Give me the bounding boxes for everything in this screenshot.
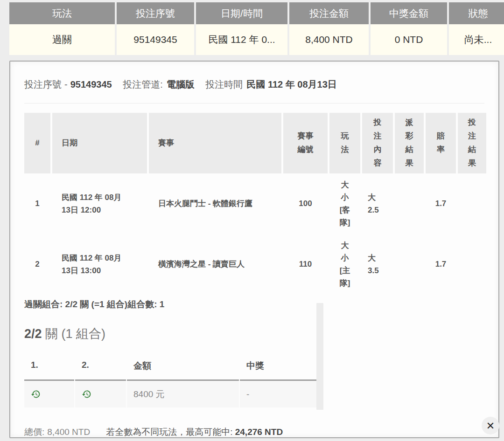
max-win-value: 24,276 NTD <box>235 427 283 437</box>
header-bet-content: 投 注 內 容 <box>362 113 393 173</box>
leg-date: 民國 112 年 08月 13日 12:00 <box>52 173 147 234</box>
history-clock-icon <box>31 389 41 399</box>
header-match-no: 賽事 編號 <box>283 113 328 173</box>
leg-bet-content: 大 3.5 <box>362 234 393 295</box>
combo-header-leg1: 1. <box>24 353 74 381</box>
combinations-table: 1. 2. 金額 中獎 8400 元 - <box>24 353 316 407</box>
combo-title-rest: 關 (1 組合) <box>42 327 106 341</box>
legs-table-header: # 日期 賽事 賽事 編號 玩 法 投 注 內 容 派 彩 結 果 賠 率 投 … <box>24 113 483 173</box>
bet-summary-table: 玩法 過關 投注序號 95149345 日期/時間 民國 112 年 0... … <box>9 2 504 55</box>
combo-amount: 8400 元 <box>127 381 239 407</box>
legs-table: # 日期 賽事 賽事 編號 玩 法 投 注 內 容 派 彩 結 果 賠 率 投 … <box>24 113 483 295</box>
summary-header-status: 狀態 <box>449 2 504 24</box>
leg-playtype: 大 小 [主 隊] <box>329 234 360 295</box>
bet-info-line: 投注序號-95149345 投注管道:電腦版 投注時間民國 112 年 08月1… <box>24 78 484 91</box>
bet-detail-panel: 投注序號-95149345 投注管道:電腦版 投注時間民國 112 年 08月1… <box>9 61 499 438</box>
summary-header-amount: 投注金額 <box>289 2 369 24</box>
bet-time-label: 投注時間 <box>205 79 243 90</box>
combo-leg2-status <box>75 381 126 407</box>
summary-cell-amount[interactable]: 8,400 NTD <box>289 24 369 55</box>
summary-header-serial: 投注序號 <box>117 2 194 24</box>
combinations-table-header: 1. 2. 金額 中獎 <box>24 353 316 381</box>
combo-header-leg2: 2. <box>75 353 126 381</box>
summary-cell-status[interactable]: 尚未... <box>449 24 504 55</box>
max-win-label: 若全數為不同玩法，最高可能中: <box>106 427 232 437</box>
header-playtype: 玩 法 <box>329 113 360 173</box>
summary-cell-winnings[interactable]: 0 NTD <box>371 24 447 55</box>
close-button[interactable]: ✕ <box>482 417 499 434</box>
summary-cell-serial[interactable]: 95149345 <box>117 24 194 55</box>
leg-bet-result <box>458 234 486 295</box>
header-match: 賽事 <box>149 113 281 173</box>
leg-match: 橫濱海灣之星 - 讀賣巨人 <box>149 234 281 295</box>
leg-index: 1 <box>24 173 50 234</box>
summary-cell-datetime[interactable]: 民國 112 年 0... <box>196 24 287 55</box>
leg-odds: 1.7 <box>426 173 456 234</box>
summary-header-winnings: 中獎金額 <box>371 2 447 24</box>
combo-win: - <box>240 381 319 407</box>
leg-payout-result <box>395 173 424 234</box>
leg-match-no: 110 <box>283 234 328 295</box>
header-index: # <box>24 113 50 173</box>
serial-value: 95149345 <box>70 79 112 90</box>
combo-title-count: 2/2 <box>24 327 42 341</box>
channel-label: 投注管道: <box>123 79 163 90</box>
total-price-value: 8,400 NTD <box>47 427 90 437</box>
leg-playtype: 大 小 [客 隊] <box>329 173 360 234</box>
parlay-combo-summary: 過關組合: 2/2 關 (=1 組合)組合數: 1 <box>24 298 484 310</box>
table-row: 1 民國 112 年 08月 13日 12:00 日本火腿鬥士 - 軟體銀行鷹 … <box>24 173 483 234</box>
divider <box>24 103 484 103</box>
combo-leg1-status <box>24 381 74 407</box>
combinations-scrollbar[interactable] <box>316 303 323 410</box>
serial-label: 投注序號 <box>24 79 62 90</box>
summary-header-datetime: 日期/時間 <box>196 2 287 24</box>
serial-separator: - <box>64 79 68 90</box>
header-odds: 賠 率 <box>426 113 456 173</box>
summary-header-playtype: 玩法 <box>9 2 115 24</box>
leg-date: 民國 112 年 08月 13日 13:00 <box>52 234 147 295</box>
table-row: 2 民國 112 年 08月 13日 13:00 橫濱海灣之星 - 讀賣巨人 1… <box>24 234 483 295</box>
leg-payout-result <box>395 234 424 295</box>
combo-header-win: 中獎 <box>240 353 319 381</box>
leg-bet-content: 大 2.5 <box>362 173 393 234</box>
channel-value: 電腦版 <box>167 79 195 90</box>
header-bet-result: 投 注 結 果 <box>458 113 486 173</box>
combo-header-amount: 金額 <box>127 353 239 381</box>
header-date: 日期 <box>52 113 147 173</box>
leg-odds: 1.7 <box>426 234 456 295</box>
leg-match: 日本火腿鬥士 - 軟體銀行鷹 <box>149 173 281 234</box>
combo-section-title: 2/2 關 (1 組合) <box>24 325 484 342</box>
bet-time-value: 民國 112 年 08月13日 <box>246 79 336 90</box>
leg-bet-result <box>458 173 486 234</box>
leg-match-no: 100 <box>283 173 328 234</box>
history-clock-icon <box>82 389 91 399</box>
header-payout-result: 派 彩 結 果 <box>395 113 424 173</box>
combination-row: 8400 元 - <box>24 381 316 407</box>
leg-index: 2 <box>24 234 50 295</box>
totals-line: 總價:8,400 NTD若全數為不同玩法，最高可能中: 24,276 NTD <box>24 426 484 438</box>
summary-cell-playtype[interactable]: 過關 <box>9 24 115 55</box>
total-price-label: 總價: <box>24 427 44 437</box>
